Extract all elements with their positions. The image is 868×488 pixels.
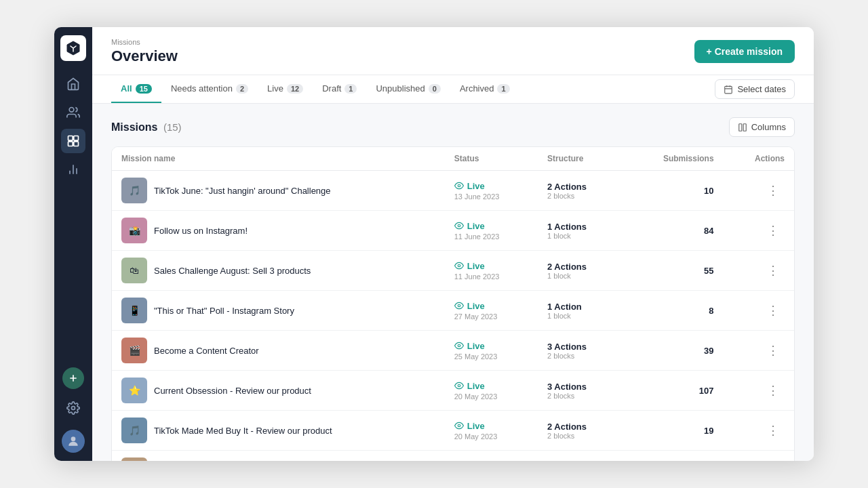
missions-count: (15) (163, 121, 182, 133)
mission-name: Current Obsession - Review our product (154, 386, 311, 396)
mission-thumbnail: 🎬 (121, 338, 147, 363)
mission-name-cell: 🎵 TikTok Made Med Buy It - Review our pr… (121, 418, 435, 443)
more-options-button[interactable]: ⋮ (762, 302, 785, 319)
tab-needs-attention[interactable]: Needs attention 2 (161, 75, 258, 103)
mission-status: Live 11 June 2023 (454, 221, 528, 241)
tabs-bar: All 15Needs attention 2Live 12Draft 1Unp… (92, 75, 814, 104)
mission-name-cell: 🎵 TikTok June: "Just hangin' around" Cha… (121, 178, 435, 203)
eye-icon (454, 181, 464, 190)
tab-archived[interactable]: Archived 1 (450, 75, 519, 103)
svg-rect-1 (68, 136, 73, 141)
mission-thumbnail: 🛍 (121, 258, 147, 283)
mission-name-cell: 📱 "This or That" Poll - Instagram Story (121, 298, 435, 323)
app-logo[interactable] (60, 35, 86, 61)
mission-actions-cell: ⋮ (724, 451, 794, 462)
more-options-button[interactable]: ⋮ (762, 342, 785, 359)
mission-status: Live 20 May 2023 (454, 421, 528, 441)
missions-title: Missions (15) (111, 121, 182, 134)
table-row: 🛍 Sales Challenge August: Sell 3 product… (112, 251, 794, 291)
mission-name-cell: 📸 Follow us on Instagram! (121, 218, 435, 243)
mission-structure: 3 Actions 2 blocks (547, 382, 613, 400)
mission-thumbnail: 🎵 (121, 418, 147, 443)
mission-structure: 1 Actions 1 block (547, 222, 613, 240)
sidebar-item-home[interactable] (61, 72, 85, 96)
more-options-button[interactable]: ⋮ (762, 182, 785, 199)
sidebar-add-button[interactable] (62, 367, 84, 389)
mission-structure: 2 Actions 2 blocks (547, 182, 613, 200)
header-left: Missions Overview (111, 38, 178, 65)
mission-actions-cell: ⋮ (724, 251, 794, 291)
svg-point-23 (458, 384, 460, 387)
select-dates-label: Select dates (737, 84, 786, 94)
table-row: 📦 Unbox a product on your Instagram Reel… (112, 451, 794, 462)
mission-submissions: 84 (623, 211, 724, 251)
svg-point-0 (69, 108, 74, 113)
mission-status: Live 27 May 2023 (454, 301, 528, 321)
mission-name-cell: 📦 Unbox a product on your Instagram Reel… (121, 458, 435, 461)
svg-rect-3 (68, 142, 73, 146)
mission-name: TikTok Made Med Buy It - Review our prod… (154, 426, 332, 436)
col-header-status: Status (445, 147, 538, 171)
mission-actions-cell: ⋮ (724, 371, 794, 411)
eye-icon (454, 381, 464, 390)
mission-name: Follow us on Instagram! (154, 226, 248, 236)
mission-thumbnail: 🎵 (121, 178, 147, 203)
user-avatar[interactable] (62, 430, 85, 453)
sidebar-item-users[interactable] (61, 100, 85, 125)
tab-live[interactable]: Live 12 (258, 75, 313, 103)
more-options-button[interactable]: ⋮ (762, 222, 785, 239)
svg-point-19 (458, 224, 460, 227)
tab-all[interactable]: All 15 (111, 75, 161, 103)
svg-point-20 (458, 264, 460, 267)
mission-name: "This or That" Poll - Instagram Story (154, 306, 294, 316)
mission-actions-cell: ⋮ (724, 291, 794, 331)
missions-title-text: Missions (111, 121, 157, 133)
mission-status: Live 11 June 2023 (454, 261, 528, 281)
mission-name: Become a Content Creator (154, 346, 259, 356)
svg-point-10 (72, 407, 75, 410)
mission-actions-cell: ⋮ (724, 331, 794, 371)
tabs: All 15Needs attention 2Live 12Draft 1Unp… (111, 75, 519, 103)
columns-button[interactable]: Columns (729, 117, 795, 137)
sidebar-item-missions[interactable] (61, 129, 85, 153)
svg-point-22 (458, 344, 460, 347)
tab-draft[interactable]: Draft 1 (313, 75, 366, 103)
mission-actions-cell: ⋮ (724, 411, 794, 451)
mission-submissions: 107 (623, 371, 724, 411)
mission-actions-cell: ⋮ (724, 211, 794, 251)
mission-name-cell: ⭐ Current Obsession - Review our product (121, 378, 435, 403)
mission-thumbnail: 📦 (121, 458, 147, 461)
table-row: 🎵 TikTok Made Med Buy It - Review our pr… (112, 411, 794, 451)
mission-thumbnail: 📱 (121, 298, 147, 323)
mission-status: Live 13 June 2023 (454, 181, 528, 201)
missions-header: Missions (15) Columns (111, 117, 795, 137)
mission-submissions: 19 (623, 411, 724, 451)
col-header-name: Mission name (112, 147, 445, 171)
tab-unpublished[interactable]: Unpublished 0 (366, 75, 450, 103)
table-row: 📸 Follow us on Instagram! Live 11 June 2… (112, 211, 794, 251)
mission-submissions: 8 (623, 291, 724, 331)
table-row: 🎬 Become a Content Creator Live 25 May 2… (112, 331, 794, 371)
sidebar-item-analytics[interactable] (61, 157, 85, 182)
more-options-button[interactable]: ⋮ (762, 382, 785, 399)
mission-structure: 1 Action 1 block (547, 302, 613, 320)
mission-name-cell: 🛍 Sales Challenge August: Sell 3 product… (121, 258, 435, 283)
table-row: ⭐ Current Obsession - Review our product… (112, 371, 794, 411)
select-dates-button[interactable]: Select dates (715, 79, 795, 99)
table-row: 📱 "This or That" Poll - Instagram Story … (112, 291, 794, 331)
breadcrumb: Missions (111, 38, 178, 46)
missions-table-wrapper: Mission name Status Structure Submission… (111, 146, 795, 461)
create-mission-button[interactable]: + Create mission (694, 40, 795, 63)
more-options-button[interactable]: ⋮ (762, 262, 785, 279)
mission-submissions: 10 (623, 171, 724, 211)
eye-icon (454, 301, 464, 310)
mission-status: Live 18 May 2023 (454, 461, 528, 462)
svg-point-21 (458, 304, 460, 307)
svg-rect-16 (738, 123, 741, 131)
svg-rect-17 (743, 123, 746, 131)
mission-submissions: 55 (623, 251, 724, 291)
more-options-button[interactable]: ⋮ (762, 422, 785, 439)
sidebar-settings-icon[interactable] (61, 396, 85, 420)
mission-actions-cell: ⋮ (724, 171, 794, 211)
mission-structure: 3 Actions 2 blocks (547, 342, 613, 360)
